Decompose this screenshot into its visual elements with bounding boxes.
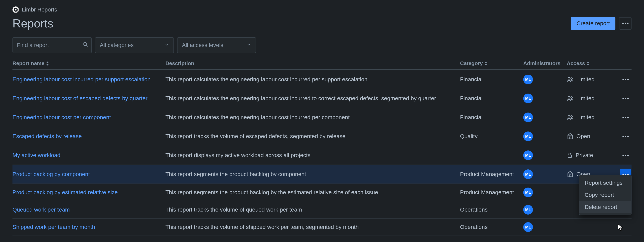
svg-rect-16 — [568, 155, 572, 158]
report-category: Financial — [460, 114, 523, 120]
avatar[interactable]: ML — [523, 151, 533, 160]
report-category: Operations — [460, 206, 523, 213]
svg-point-11 — [571, 97, 572, 99]
access-label: Private — [576, 152, 593, 159]
table-row: Escaped defects by releaseThis report tr… — [12, 127, 632, 146]
report-category: Quality — [460, 133, 523, 140]
category-select[interactable]: All categories — [95, 37, 174, 53]
report-category: Financial — [460, 76, 523, 83]
avatar[interactable]: ML — [523, 205, 533, 215]
avatar[interactable]: ML — [523, 132, 533, 141]
chevron-down-icon — [246, 42, 251, 48]
row-more-button[interactable] — [620, 150, 631, 161]
private-icon — [567, 152, 573, 159]
sort-icon — [46, 62, 49, 66]
report-category: Product Management — [460, 189, 523, 196]
avatar[interactable]: ML — [523, 94, 533, 103]
menu-copy-report[interactable]: Copy report — [580, 189, 631, 201]
col-category[interactable]: Category — [460, 60, 523, 67]
more-icon — [622, 79, 629, 80]
table-row: Engineering labour cost of escaped defec… — [12, 89, 632, 108]
svg-marker-5 — [484, 64, 487, 66]
svg-rect-18 — [569, 175, 571, 177]
search-icon — [82, 42, 88, 49]
row-more-button[interactable] — [620, 131, 631, 142]
table-row: My active workloadThis report displays m… — [12, 146, 632, 165]
report-name-link[interactable]: Engineering labour cost per component — [12, 114, 111, 120]
more-icon — [622, 155, 629, 156]
breadcrumb: Limbr Reports — [0, 0, 644, 13]
col-name[interactable]: Report name — [12, 60, 166, 67]
search-field[interactable] — [12, 37, 92, 53]
col-admins[interactable]: Administrators — [523, 60, 567, 67]
access-label: Limited — [576, 114, 594, 120]
avatar[interactable]: ML — [523, 112, 533, 122]
avatar[interactable]: ML — [523, 75, 533, 84]
svg-point-13 — [571, 116, 572, 117]
report-description: This report segments the product backlog… — [166, 171, 460, 177]
open-icon — [567, 133, 574, 140]
table-header: Report name Description Category Adminis… — [12, 60, 632, 70]
more-icon — [622, 117, 629, 118]
access-cell: Open — [567, 133, 606, 140]
report-name-link[interactable]: Engineering labour cost incurred per sup… — [12, 76, 150, 82]
col-access[interactable]: Access — [567, 60, 606, 67]
report-name-link[interactable]: My active workload — [12, 152, 60, 158]
report-description: This report calculates the engineering l… — [166, 76, 460, 83]
access-label: Open — [576, 133, 590, 140]
limited-icon — [567, 76, 574, 83]
access-label: Limited — [576, 76, 594, 83]
page-more-button[interactable] — [619, 17, 632, 30]
create-report-button[interactable]: Create report — [571, 17, 616, 30]
row-more-button[interactable] — [620, 74, 631, 85]
svg-point-0 — [83, 42, 86, 46]
avatar[interactable]: ML — [523, 188, 533, 197]
more-icon — [622, 98, 629, 99]
report-name-link[interactable]: Escaped defects by release — [12, 133, 82, 139]
svg-marker-4 — [484, 62, 487, 63]
breadcrumb-app[interactable]: Limbr Reports — [22, 7, 57, 13]
avatar[interactable]: ML — [523, 169, 533, 179]
row-more-button[interactable] — [620, 112, 631, 123]
menu-report-settings[interactable]: Report settings — [580, 177, 631, 189]
report-name-link[interactable]: Product backlog by estimated relative si… — [12, 189, 118, 195]
svg-point-8 — [568, 77, 570, 79]
report-description: This report tracks the volume of shipped… — [166, 224, 460, 230]
report-name-link[interactable]: Product backlog by component — [12, 171, 90, 177]
report-description: This report calculates the engineering l… — [166, 114, 460, 120]
chevron-down-icon — [164, 42, 169, 48]
access-select-label: All access levels — [182, 42, 223, 48]
app-logo-icon — [12, 7, 19, 13]
avatar[interactable]: ML — [523, 222, 533, 232]
menu-delete-report[interactable]: Delete report — [580, 201, 631, 213]
report-description: This report calculates the engineering l… — [166, 95, 460, 102]
reports-table: Report name Description Category Adminis… — [0, 60, 644, 236]
svg-marker-2 — [46, 62, 49, 63]
access-label: Limited — [576, 95, 594, 102]
open-icon — [567, 171, 574, 178]
search-input[interactable] — [12, 37, 92, 53]
svg-marker-6 — [587, 62, 590, 63]
table-row: Product backlog by componentThis report … — [12, 165, 632, 184]
svg-line-1 — [86, 45, 88, 47]
page-title: Reports — [12, 17, 53, 30]
table-row: Engineering labour cost incurred per sup… — [12, 70, 632, 89]
row-context-menu: Report settings Copy report Delete repor… — [579, 175, 632, 215]
table-row: Product backlog by estimated relative si… — [12, 184, 632, 201]
row-more-button[interactable] — [620, 93, 631, 104]
svg-point-9 — [571, 78, 572, 80]
report-name-link[interactable]: Queued work per team — [12, 206, 70, 213]
access-cell: Private — [567, 152, 606, 159]
report-name-link[interactable]: Shipped work per team by month — [12, 224, 95, 230]
report-name-link[interactable]: Engineering labour cost of escaped defec… — [12, 95, 148, 101]
table-row: Engineering labour cost per componentThi… — [12, 108, 632, 127]
access-cell: Limited — [567, 76, 606, 83]
report-description: This report tracks the volume of queued … — [166, 206, 460, 213]
report-category: Operations — [460, 224, 523, 230]
more-icon — [622, 23, 628, 24]
limited-icon — [567, 95, 574, 102]
access-select[interactable]: All access levels — [177, 37, 256, 53]
svg-point-12 — [568, 115, 570, 117]
col-description[interactable]: Description — [166, 60, 460, 67]
sort-icon — [484, 62, 487, 66]
